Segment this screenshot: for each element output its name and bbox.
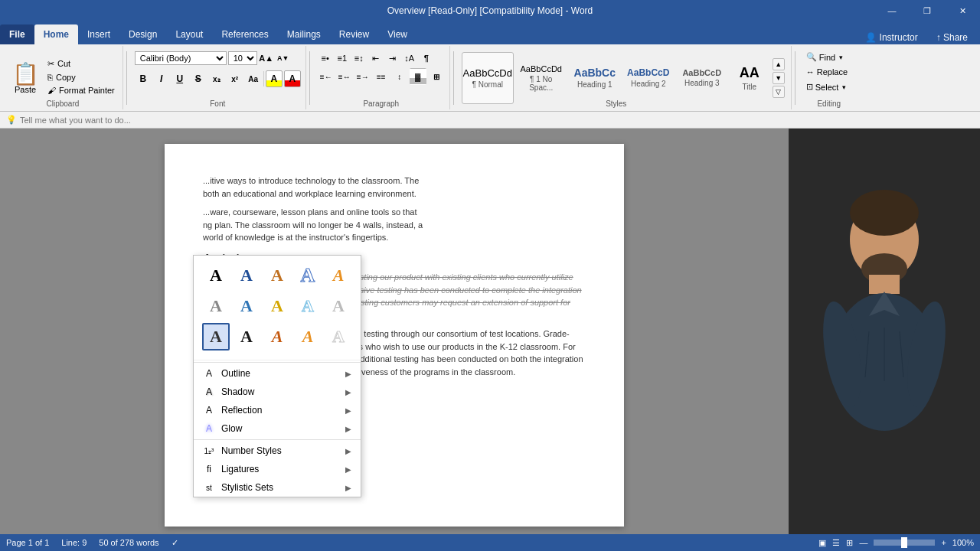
tab-mailings[interactable]: Mailings <box>278 24 330 44</box>
view-web-icon[interactable]: ☰ <box>832 538 840 548</box>
view-print-icon[interactable]: ▣ <box>818 538 826 548</box>
color-pale[interactable]: A <box>325 323 352 350</box>
color-dark-selected[interactable]: A <box>202 323 230 350</box>
restore-button[interactable]: ❐ <box>910 0 945 21</box>
style-heading2[interactable]: AaBbCcD Heading 2 <box>622 52 675 104</box>
format-painter-button[interactable]: 🖌 Format Painter <box>44 84 118 96</box>
font-size-select[interactable]: 10.5 <box>228 51 257 65</box>
style-title[interactable]: AA Title <box>730 52 769 104</box>
color-orange1[interactable]: A <box>263 262 291 289</box>
multilevel-button[interactable]: ≡↕ <box>351 51 367 66</box>
underline-button[interactable]: U <box>172 70 188 87</box>
reflection-icon: A <box>203 405 215 416</box>
shrink-font-button[interactable]: A▼ <box>276 51 291 66</box>
shadow-icon: A <box>203 386 215 397</box>
styles-expand[interactable]: ▽ <box>773 86 785 98</box>
tab-view[interactable]: View <box>378 24 416 44</box>
color-light-gray[interactable]: A <box>325 292 352 320</box>
svg-rect-3 <box>869 275 900 294</box>
number-styles-menu-item[interactable]: 1₂³ Number Styles ▶ <box>194 442 361 460</box>
title-bar-controls: — ❐ ✕ <box>874 0 980 21</box>
increase-indent-button[interactable]: ⇥ <box>385 51 400 66</box>
glow-menu-item[interactable]: A Glow ▶ <box>194 419 361 438</box>
bold-button[interactable]: B <box>135 70 152 87</box>
borders-button[interactable]: ⊞ <box>428 68 445 85</box>
change-case-button[interactable]: Aa <box>245 70 262 87</box>
styles-gallery: AaBbCcDd ¶ Normal AaBbCcDd ¶ 1 No Spac..… <box>462 52 769 104</box>
close-button[interactable]: ✕ <box>945 0 980 21</box>
tab-references[interactable]: References <box>212 24 277 44</box>
justify-button[interactable]: ≡≡ <box>373 68 390 85</box>
color-gray[interactable]: A <box>202 292 230 320</box>
outline-menu-item[interactable]: A Outline ▶ <box>194 364 361 383</box>
line-spacing-button[interactable]: ↕ <box>391 68 408 85</box>
color-row-1: A A A A A <box>200 262 354 289</box>
color-gold[interactable]: A <box>325 262 352 289</box>
color-outline1[interactable]: A <box>294 262 322 289</box>
styles-scroll-up[interactable]: ▲ <box>773 58 785 70</box>
zoom-slider[interactable] <box>901 537 907 548</box>
style-title-label: Title <box>742 83 756 91</box>
style-heading2-label: Heading 2 <box>631 80 666 88</box>
view-read-icon[interactable]: ⊞ <box>846 538 853 548</box>
bullets-button[interactable]: ≡• <box>318 51 333 66</box>
share-button[interactable]: ↑ Share <box>930 31 974 44</box>
sort-button[interactable]: ↕A <box>402 51 417 66</box>
styles-scroll-down[interactable]: ▼ <box>773 72 785 84</box>
numbering-button[interactable]: ≡1 <box>335 51 350 66</box>
color-light-blue[interactable]: A <box>294 292 322 320</box>
italic-button[interactable]: I <box>153 70 170 87</box>
color-near-black[interactable]: A <box>233 323 260 350</box>
grow-font-button[interactable]: A▲ <box>259 51 274 66</box>
paste-button[interactable]: 📋 Paste <box>8 54 43 103</box>
show-hide-button[interactable]: ¶ <box>419 51 434 66</box>
find-button[interactable]: 🔍 Find ▾ <box>803 51 846 64</box>
tab-file[interactable]: File <box>0 24 34 44</box>
style-no-space-preview: AaBbCcDd <box>521 64 562 73</box>
style-heading3[interactable]: AaBbCcD Heading 3 <box>676 52 728 104</box>
shading-button[interactable]: ▓ <box>410 68 426 85</box>
stylistic-sets-menu-item[interactable]: st Stylistic Sets ▶ <box>194 478 361 497</box>
color-amber[interactable]: A <box>294 323 322 350</box>
font-color-button[interactable]: A <box>284 70 301 87</box>
align-center-button[interactable]: ≡↔ <box>336 68 353 85</box>
color-mid-blue[interactable]: A <box>233 292 260 320</box>
replace-button[interactable]: ↔ Replace <box>803 66 851 78</box>
decrease-indent-button[interactable]: ⇤ <box>368 51 384 66</box>
ligatures-menu-item[interactable]: fi Ligatures ▶ <box>194 460 361 478</box>
style-heading1[interactable]: AaBbCc Heading 1 <box>569 52 621 104</box>
shadow-menu-item[interactable]: A Shadow ▶ <box>194 383 361 401</box>
align-left-button[interactable]: ≡← <box>318 68 335 85</box>
color-yellow[interactable]: A <box>263 292 291 320</box>
tell-me-input[interactable] <box>20 116 173 125</box>
tab-home[interactable]: Home <box>34 24 78 44</box>
font-name-select[interactable]: Calibri (Body) <box>135 51 227 65</box>
reflection-label: Reflection <box>221 405 262 416</box>
zoom-in-button[interactable]: + <box>941 538 946 547</box>
style-no-space-label: ¶ 1 No Spac... <box>518 75 565 92</box>
zoom-level: 100% <box>952 538 974 547</box>
color-orange2[interactable]: A <box>263 323 291 350</box>
style-normal[interactable]: AaBbCcDd ¶ Normal <box>462 52 514 104</box>
subscript-button[interactable]: x₂ <box>208 70 225 87</box>
tab-design[interactable]: Design <box>119 24 166 44</box>
minimize-button[interactable]: — <box>874 0 910 21</box>
align-right-button[interactable]: ≡→ <box>354 68 371 85</box>
font-divider <box>263 71 264 86</box>
strikethrough-button[interactable]: S <box>190 70 207 87</box>
tab-review[interactable]: Review <box>330 24 378 44</box>
color-black[interactable]: A <box>202 262 230 289</box>
copy-button[interactable]: ⎘ Copy <box>44 71 118 83</box>
select-button[interactable]: ⊡ Select ▾ <box>803 80 850 93</box>
zoom-out-button[interactable]: — <box>859 538 867 547</box>
superscript-button[interactable]: x² <box>227 70 243 87</box>
instructor-button[interactable]: 👤 Instructor <box>859 31 923 44</box>
reflection-menu-item[interactable]: A Reflection ▶ <box>194 401 361 419</box>
style-no-space[interactable]: AaBbCcDd ¶ 1 No Spac... <box>515 52 567 104</box>
color-dark-blue[interactable]: A <box>233 262 260 289</box>
tab-layout[interactable]: Layout <box>166 24 212 44</box>
highlight-button[interactable]: A <box>266 70 283 87</box>
svg-point-1 <box>850 190 919 236</box>
cut-button[interactable]: ✂ Cut <box>44 57 118 70</box>
tab-insert[interactable]: Insert <box>78 24 119 44</box>
